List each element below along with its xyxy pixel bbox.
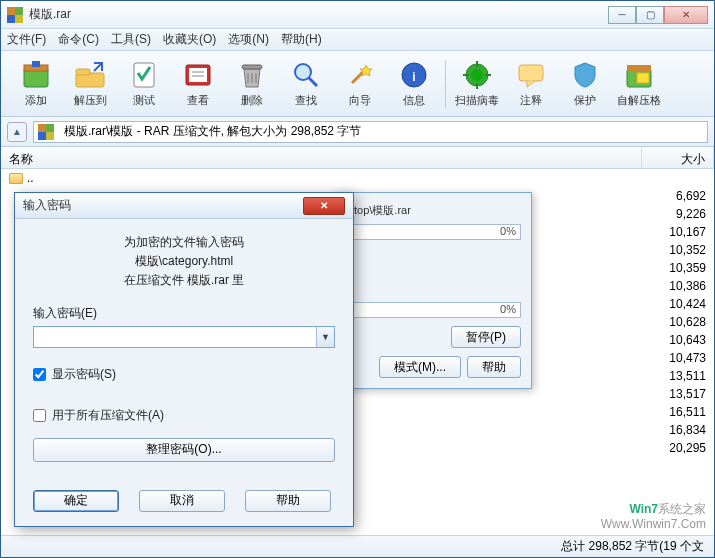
- svg-rect-7: [189, 68, 207, 82]
- tool-add[interactable]: 添加: [9, 55, 63, 113]
- password-dialog: 输入密码 ✕ 为加密的文件输入密码 模版\category.html 在压缩文件…: [14, 192, 354, 527]
- archive-icon: [38, 124, 54, 140]
- menu-file[interactable]: 文件(F): [7, 31, 46, 48]
- tool-wizard[interactable]: 向导: [333, 55, 387, 113]
- address-field[interactable]: 模版.rar\模版 - RAR 压缩文件, 解包大小为 298,852 字节: [33, 121, 708, 143]
- close-button[interactable]: ✕: [664, 6, 708, 24]
- window-title: 模版.rar: [29, 6, 608, 23]
- addressbar: ▲ 模版.rar\模版 - RAR 压缩文件, 解包大小为 298,852 字节: [1, 117, 714, 147]
- tool-sfx[interactable]: 自解压格: [612, 55, 666, 113]
- svg-line-15: [309, 78, 317, 86]
- progress-bar-total: 0%: [343, 302, 521, 318]
- minimize-button[interactable]: ─: [608, 6, 636, 24]
- menubar: 文件(F) 命令(C) 工具(S) 收藏夹(O) 选项(N) 帮助(H): [1, 29, 714, 51]
- svg-rect-27: [627, 65, 651, 71]
- svg-rect-0: [24, 69, 48, 87]
- password-dialog-title: 输入密码: [23, 197, 303, 214]
- app-icon: [7, 7, 23, 23]
- svg-rect-25: [519, 65, 543, 81]
- svg-point-20: [471, 69, 483, 81]
- progress-help-button[interactable]: 帮助: [467, 356, 521, 378]
- titlebar: 模版.rar ─ ▢ ✕: [1, 1, 714, 29]
- toolbar: 添加 解压到 测试 查看 删除 查找 向导 i信息 扫描病毒 注释 保护 自解压…: [1, 51, 714, 117]
- tool-delete[interactable]: 删除: [225, 55, 279, 113]
- column-name[interactable]: 名称: [1, 147, 642, 168]
- tool-test[interactable]: 测试: [117, 55, 171, 113]
- tool-info[interactable]: i信息: [387, 55, 441, 113]
- progress-dialog: sktop\模版.rar 0% 0% 暂停(P) 模式(M)... 帮助: [332, 192, 532, 389]
- password-message: 为加密的文件输入密码 模版\category.html 在压缩文件 模版.rar…: [33, 233, 335, 291]
- password-label: 输入密码(E): [33, 305, 335, 322]
- svg-rect-10: [242, 65, 262, 69]
- nav-up-button[interactable]: ▲: [7, 122, 27, 142]
- menu-help[interactable]: 帮助(H): [281, 31, 322, 48]
- password-dropdown-button[interactable]: ▼: [316, 327, 334, 347]
- column-size[interactable]: 大小: [642, 147, 714, 168]
- svg-rect-28: [637, 73, 649, 83]
- statusbar: 总计 298,852 字节(19 个文: [1, 535, 714, 557]
- pause-button[interactable]: 暂停(P): [451, 326, 521, 348]
- folder-icon: [9, 173, 23, 184]
- tool-comment[interactable]: 注释: [504, 55, 558, 113]
- list-item-up[interactable]: ..: [1, 169, 714, 187]
- svg-point-14: [295, 64, 311, 80]
- tool-view[interactable]: 查看: [171, 55, 225, 113]
- status-total: 总计 298,852 字节(19 个文: [561, 538, 704, 555]
- svg-rect-2: [32, 61, 40, 67]
- ok-button[interactable]: 确定: [33, 490, 119, 512]
- manage-passwords-button[interactable]: 整理密码(O)...: [33, 438, 335, 462]
- password-help-button[interactable]: 帮助: [245, 490, 331, 512]
- mode-button[interactable]: 模式(M)...: [379, 356, 461, 378]
- cancel-button[interactable]: 取消: [139, 490, 225, 512]
- menu-options[interactable]: 选项(N): [228, 31, 269, 48]
- tool-extract[interactable]: 解压到: [63, 55, 117, 113]
- toolbar-separator: [445, 60, 446, 108]
- svg-rect-4: [76, 69, 90, 75]
- password-dialog-titlebar: 输入密码 ✕: [15, 193, 353, 219]
- use-for-all-checkbox[interactable]: 用于所有压缩文件(A): [33, 407, 335, 424]
- tool-protect[interactable]: 保护: [558, 55, 612, 113]
- password-input[interactable]: [33, 326, 335, 348]
- menu-tools[interactable]: 工具(S): [111, 31, 151, 48]
- menu-favorites[interactable]: 收藏夹(O): [163, 31, 216, 48]
- svg-text:i: i: [412, 70, 415, 84]
- list-header: 名称 大小: [1, 147, 714, 169]
- address-text: 模版.rar\模版 - RAR 压缩文件, 解包大小为 298,852 字节: [64, 123, 361, 140]
- maximize-button[interactable]: ▢: [636, 6, 664, 24]
- window-controls: ─ ▢ ✕: [608, 6, 708, 24]
- menu-command[interactable]: 命令(C): [58, 31, 99, 48]
- password-dialog-close-button[interactable]: ✕: [303, 197, 345, 215]
- tool-find[interactable]: 查找: [279, 55, 333, 113]
- progress-bar-file: 0%: [343, 224, 521, 240]
- tool-scan[interactable]: 扫描病毒: [450, 55, 504, 113]
- show-password-checkbox[interactable]: 显示密码(S): [33, 366, 335, 383]
- progress-filename: sktop\模版.rar: [343, 203, 521, 218]
